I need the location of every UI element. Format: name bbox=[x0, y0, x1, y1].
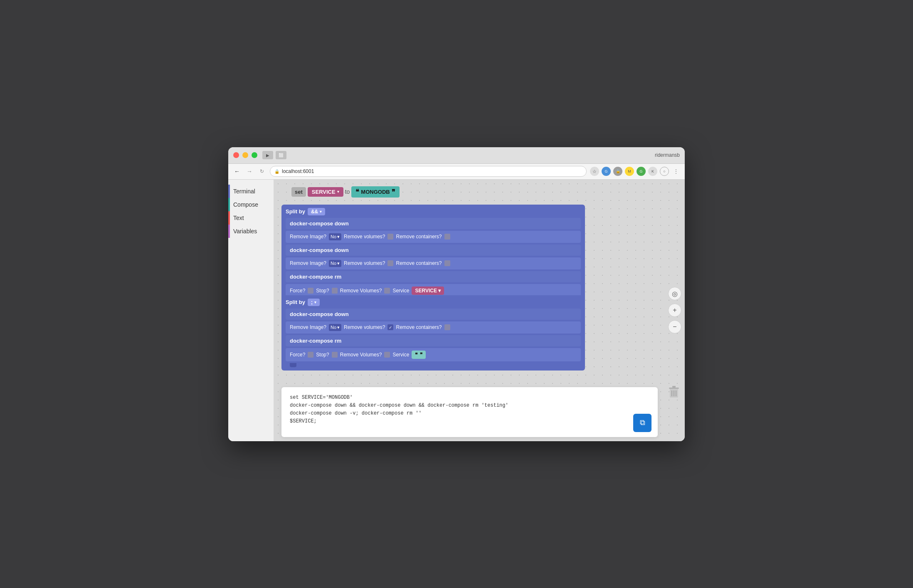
ext-icon-5[interactable]: K bbox=[648, 167, 657, 176]
sidebar-item-terminal[interactable]: Terminal bbox=[228, 185, 274, 198]
checkmark-icon: ✓ bbox=[389, 325, 392, 330]
forward-button[interactable]: → bbox=[245, 167, 254, 176]
sidebar-item-label: Compose bbox=[233, 201, 258, 208]
s2-remove-vol-label: Remove volumes? bbox=[344, 324, 385, 330]
minimize-button[interactable] bbox=[242, 152, 248, 158]
remove-vol-label-2: Remove volumes? bbox=[344, 260, 385, 266]
remove-image-select-2[interactable]: No ▾ bbox=[329, 260, 341, 267]
service-dropdown-arrow: ▾ bbox=[337, 190, 339, 194]
split1-row-title-3: docker-compose rm bbox=[286, 271, 581, 282]
sidebar-item-variables[interactable]: Variables bbox=[228, 225, 274, 238]
s2-select-arrow: ▾ bbox=[337, 325, 340, 330]
service-badge-arrow: ▾ bbox=[438, 288, 441, 294]
s2-service-string-badge[interactable]: ❝ ❞ bbox=[412, 351, 426, 359]
addressbar: ← → ↻ 🔒 localhost:6001 ☆ G 🔒 M G K ○ ⋮ bbox=[228, 164, 685, 180]
terminal-icon: ▶ bbox=[262, 151, 273, 159]
addressbar-actions: ☆ G 🔒 M G K ○ ⋮ bbox=[590, 167, 681, 176]
target-button[interactable]: ◎ bbox=[668, 287, 681, 300]
split2-label: Split by bbox=[286, 299, 305, 305]
s2-remove-cnt-label: Remove containers? bbox=[396, 324, 442, 330]
code-output: set SERVICE='MONGODB' docker-compose dow… bbox=[281, 387, 658, 437]
remove-image-label-2: Remove Image? bbox=[290, 260, 326, 266]
page-icon: ⬜ bbox=[276, 151, 286, 159]
lock-icon: 🔒 bbox=[274, 169, 279, 174]
s2-rvol-checkbox[interactable] bbox=[384, 352, 390, 358]
s2-rvol-label: Remove Volumes? bbox=[340, 352, 382, 358]
force-label: Force? bbox=[290, 288, 305, 294]
service-badge-1[interactable]: SERVICE ▾ bbox=[412, 287, 444, 295]
s2-service-label: Service bbox=[392, 352, 409, 358]
remove-vol-checkbox-2[interactable] bbox=[387, 260, 393, 266]
sidebar-item-text[interactable]: Text bbox=[228, 211, 274, 225]
star-icon[interactable]: ☆ bbox=[590, 167, 599, 176]
s2-remove-image-label: Remove Image? bbox=[290, 324, 326, 330]
ext-icon-3[interactable]: M bbox=[625, 167, 634, 176]
copy-button[interactable]: ⧉ bbox=[633, 414, 651, 432]
s2-remove-cnt-checkbox[interactable] bbox=[444, 324, 450, 330]
code-line-5: $SERVICE; bbox=[290, 418, 633, 425]
sidebar-item-label: Terminal bbox=[233, 188, 255, 195]
trash-icon bbox=[667, 384, 681, 400]
main-content: Terminal Compose Text Variables set SERV… bbox=[228, 180, 685, 441]
zoom-in-button[interactable]: + bbox=[668, 304, 681, 317]
stop-checkbox[interactable] bbox=[332, 288, 338, 294]
menu-button[interactable]: ⋮ bbox=[671, 167, 681, 176]
url-bar[interactable]: 🔒 localhost:6001 bbox=[270, 166, 587, 177]
split-block-2: Split by ; ▾ docker-compose down Remove … bbox=[281, 295, 585, 371]
user-label: ridermansb bbox=[655, 152, 680, 158]
traffic-lights bbox=[233, 152, 257, 158]
back-button[interactable]: ← bbox=[232, 167, 242, 176]
force-checkbox[interactable] bbox=[308, 288, 313, 294]
split2-header: Split by ; ▾ bbox=[286, 299, 581, 306]
rvol-label: Remove Volumes? bbox=[340, 288, 382, 294]
trash-button[interactable] bbox=[667, 384, 681, 400]
s2-remove-image-select[interactable]: No ▾ bbox=[329, 324, 341, 331]
s2-remove-vol-checkbox[interactable]: ✓ bbox=[387, 324, 393, 330]
sidebar-item-compose[interactable]: Compose bbox=[228, 198, 274, 211]
ext-icon-6[interactable]: ○ bbox=[660, 167, 669, 176]
set-service-block: set SERVICE ▾ to ❝ MONGODB ❞ bbox=[291, 186, 400, 198]
split2-rows: docker-compose down Remove Image? No ▾ R… bbox=[286, 309, 581, 361]
remove-image-select-1[interactable]: No ▾ bbox=[329, 233, 341, 240]
s2-force-label: Force? bbox=[290, 352, 305, 358]
split1-row-opts-2: Remove Image? No ▾ Remove volumes? Remov… bbox=[286, 257, 581, 269]
remove-vol-checkbox-1[interactable] bbox=[387, 234, 393, 240]
close-button[interactable] bbox=[233, 152, 239, 158]
split1-row-title-1: docker-compose down bbox=[286, 218, 581, 229]
split2-dropdown-icon: ▾ bbox=[314, 300, 316, 304]
select-arrow-icon-2: ▾ bbox=[337, 261, 340, 266]
split2-row-opts-1: Remove Image? No ▾ Remove volumes? ✓ Rem… bbox=[286, 321, 581, 334]
split2-row-title-1: docker-compose down bbox=[286, 309, 581, 320]
split2-separator[interactable]: ; ▾ bbox=[308, 299, 320, 306]
titlebar-icons: ▶ ⬜ bbox=[262, 151, 286, 159]
code-line-3: docker-compose down -v; docker-compose r… bbox=[290, 410, 633, 418]
s2-stop-label: Stop? bbox=[316, 352, 329, 358]
remove-cnt-checkbox-1[interactable] bbox=[444, 234, 450, 240]
sidebar: Terminal Compose Text Variables bbox=[228, 180, 274, 441]
split1-label: Split by bbox=[286, 208, 305, 215]
service-variable-pill[interactable]: SERVICE ▾ bbox=[308, 187, 343, 197]
canvas: set SERVICE ▾ to ❝ MONGODB ❞ Split by && bbox=[274, 180, 685, 441]
svg-rect-1 bbox=[669, 388, 679, 389]
s2-close-quote: ❞ bbox=[420, 352, 422, 358]
s2-stop-checkbox[interactable] bbox=[332, 352, 338, 358]
service-label-1: Service bbox=[392, 288, 409, 294]
zoom-out-button[interactable]: − bbox=[668, 320, 681, 334]
ext-icon-2[interactable]: 🔒 bbox=[613, 167, 622, 176]
titlebar: ▶ ⬜ ridermansb bbox=[228, 147, 685, 164]
s2-open-quote: ❝ bbox=[415, 352, 417, 358]
maximize-button[interactable] bbox=[252, 152, 257, 158]
remove-vol-label-1: Remove volumes? bbox=[344, 234, 385, 240]
remove-cnt-label-1: Remove containers? bbox=[396, 234, 442, 240]
ext-icon-4[interactable]: G bbox=[637, 167, 646, 176]
split1-separator[interactable]: && ▾ bbox=[308, 208, 325, 215]
mongodb-value-pill[interactable]: ❝ MONGODB ❞ bbox=[351, 186, 399, 198]
refresh-button[interactable]: ↻ bbox=[257, 167, 266, 176]
split-block-1: Split by && ▾ docker-compose down Remove… bbox=[281, 205, 585, 306]
ext-icon-1[interactable]: G bbox=[602, 167, 611, 176]
rvol-checkbox[interactable] bbox=[384, 288, 390, 294]
split1-header: Split by && ▾ bbox=[286, 208, 581, 215]
s2-force-checkbox[interactable] bbox=[308, 352, 313, 358]
remove-cnt-checkbox-2[interactable] bbox=[444, 260, 450, 266]
close-quote-icon: ❞ bbox=[392, 188, 395, 196]
